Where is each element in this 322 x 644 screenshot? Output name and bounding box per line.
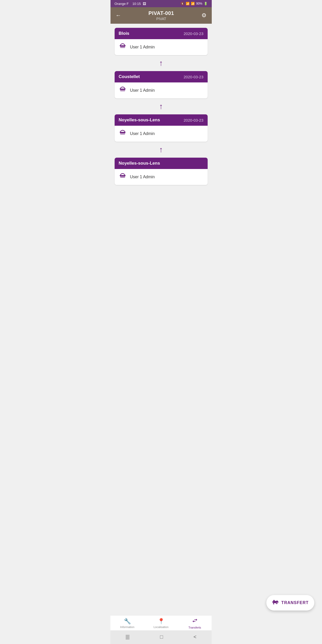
card-noyelles-2-body: User 1 Admin: [115, 169, 208, 185]
up-arrow-icon-1: ↑: [159, 59, 163, 67]
wrench-icon: 🔧: [124, 618, 131, 625]
app-bar: ← PIVAT-001 PIVAT ⚙: [111, 7, 212, 24]
status-bar: Orange F 10:15 🖼 🔇 📶 📶 90% 🔋: [111, 0, 212, 7]
card-blois-date: 2020-03-23: [184, 31, 204, 36]
card-noyelles-1: Noyelles-sous-Lens 2020-03-23 User 1 Adm…: [115, 114, 208, 142]
card-noyelles-2: Noyelles-sous-Lens User 1 Admin: [115, 158, 208, 185]
up-arrow-icon-3: ↑: [159, 145, 163, 154]
tab-information-label: Information: [120, 625, 134, 629]
nav-menu-button[interactable]: |||: [120, 633, 135, 641]
signal-icon: 📶: [191, 2, 195, 5]
settings-button[interactable]: ⚙: [200, 11, 208, 20]
status-icons: 🔇 📶 📶 90% 🔋: [181, 2, 207, 5]
tab-transferts-label: Transferts: [188, 626, 201, 629]
transfer-arrows-icon: [192, 617, 198, 625]
carrier: Orange F: [115, 2, 129, 6]
tab-transferts[interactable]: Transferts: [178, 617, 212, 629]
page-title: PIVAT-001: [122, 10, 200, 16]
hardhat-icon-4: [119, 173, 126, 181]
hardhat-icon-2: [119, 86, 126, 95]
tab-information[interactable]: 🔧 Information: [111, 618, 144, 629]
card-blois-header: Blois 2020-03-23: [115, 28, 208, 39]
card-blois-body: User 1 Admin: [115, 39, 208, 55]
battery-level: 90%: [196, 2, 202, 5]
nav-back-button[interactable]: <: [188, 633, 202, 641]
card-noyelles-1-date: 2020-03-23: [184, 118, 204, 122]
card-noyelles-1-location: Noyelles-sous-Lens: [119, 117, 160, 123]
arrow-connector-2: ↑: [115, 98, 208, 114]
card-noyelles-2-header: Noyelles-sous-Lens: [115, 158, 208, 169]
card-noyelles-1-header: Noyelles-sous-Lens 2020-03-23: [115, 114, 208, 126]
app-bar-center: PIVAT-001 PIVAT: [122, 10, 200, 21]
wifi-icon: 📶: [186, 2, 190, 5]
main-content: Blois 2020-03-23 User 1 Admin ↑ Coustell…: [111, 24, 212, 221]
card-noyelles-2-user: User 1 Admin: [130, 175, 155, 179]
card-noyelles-2-location: Noyelles-sous-Lens: [119, 161, 160, 166]
card-noyelles-1-body: User 1 Admin: [115, 126, 208, 142]
card-noyelles-1-user: User 1 Admin: [130, 131, 155, 136]
card-blois-user: User 1 Admin: [130, 45, 155, 49]
arrow-connector-3: ↑: [115, 142, 208, 158]
page-subtitle: PIVAT: [122, 17, 200, 21]
card-coustellet-location: Coustellet: [119, 74, 140, 79]
card-coustellet-date: 2020-03-23: [184, 75, 204, 79]
card-blois-location: Blois: [119, 31, 130, 36]
card-blois: Blois 2020-03-23 User 1 Admin: [115, 28, 208, 55]
location-pin-icon: 📍: [158, 618, 165, 625]
back-button[interactable]: ←: [115, 11, 122, 20]
arrow-connector-1: ↑: [115, 55, 208, 71]
hardhat-icon: [119, 43, 126, 52]
up-arrow-icon-2: ↑: [159, 102, 163, 111]
card-coustellet-user: User 1 Admin: [130, 88, 155, 93]
hardhat-icon-3: [119, 129, 126, 138]
tab-bar: 🔧 Information 📍 Localisation Transferts: [111, 615, 212, 631]
battery-icon: 🔋: [204, 2, 208, 5]
card-coustellet-body: User 1 Admin: [115, 82, 208, 98]
nav-bar: ||| □ <: [111, 630, 212, 644]
tab-localisation[interactable]: 📍 Localisation: [144, 618, 178, 629]
mute-icon: 🔇: [181, 2, 184, 5]
time: 10:15: [132, 2, 141, 6]
carrier-time: Orange F 10:15 🖼: [115, 2, 146, 6]
nav-home-button[interactable]: □: [155, 633, 168, 641]
tab-localisation-label: Localisation: [154, 625, 168, 629]
card-coustellet: Coustellet 2020-03-23 User 1 Admin: [115, 71, 208, 98]
card-coustellet-header: Coustellet 2020-03-23: [115, 71, 208, 82]
